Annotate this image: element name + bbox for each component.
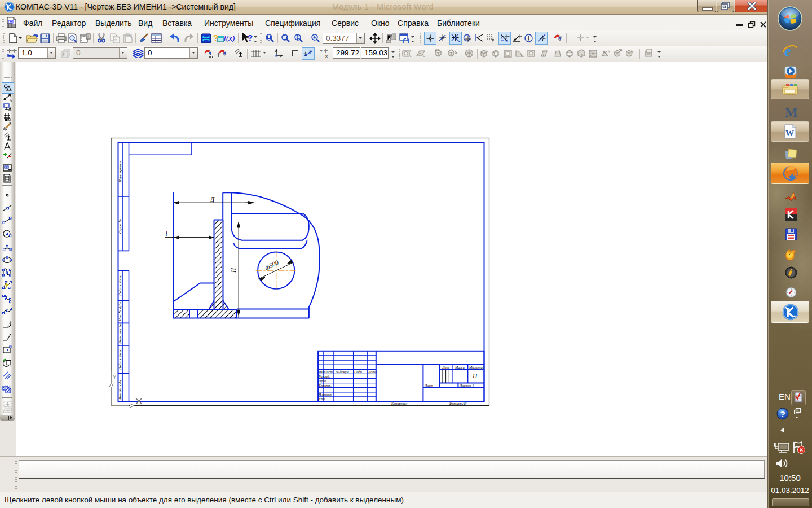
svg-text:?: ?: [213, 33, 218, 42]
svg-text:Лист: Лист: [424, 383, 433, 387]
svg-text:Подп. и дата: Подп. и дата: [118, 349, 122, 370]
svg-text:Взам. инв. №: Взам. инв. №: [118, 323, 122, 344]
svg-text:Инв. № подл.: Инв. № подл.: [118, 379, 122, 400]
svg-text:Т.контр.: Т.контр.: [319, 383, 332, 387]
svg-text:Дата: Дата: [368, 370, 377, 374]
svg-text:Н: Н: [230, 268, 237, 273]
svg-text:l: l: [166, 230, 167, 237]
svg-text:Инв. № дубл.: Инв. № дубл.: [118, 301, 122, 322]
svg-text:Копировал: Копировал: [391, 401, 408, 405]
svg-text:Масштаб: Масштаб: [469, 365, 485, 369]
svg-text:Перв. примен.: Перв. примен.: [118, 160, 122, 183]
svg-text:Y: Y: [113, 374, 117, 380]
svg-text:Н.контр.: Н.контр.: [318, 392, 332, 396]
svg-text:?: ?: [780, 409, 785, 419]
svg-text:Подп.: Подп.: [354, 370, 363, 374]
svg-text:?: ?: [248, 33, 253, 42]
svg-text:Формат А3: Формат А3: [449, 401, 466, 405]
svg-text:Пров.: Пров.: [318, 379, 327, 383]
svg-text:M: M: [785, 105, 797, 120]
svg-text:Лит.: Лит.: [442, 365, 450, 369]
svg-text:Справ. №: Справ. №: [118, 219, 122, 234]
svg-text:f(x): f(x): [224, 34, 235, 42]
svg-text:Д: Д: [210, 196, 215, 203]
svg-text:x: x: [325, 54, 328, 58]
svg-text:Разраб.: Разраб.: [318, 374, 330, 378]
svg-text:11: 11: [472, 373, 478, 379]
svg-text:Листов 1: Листов 1: [459, 383, 474, 387]
svg-text:Масса: Масса: [454, 365, 465, 369]
svg-text:W: W: [785, 129, 794, 138]
svg-text:Y: Y: [320, 49, 323, 54]
svg-text:Подп. и дата: Подп. и дата: [118, 275, 122, 296]
svg-text:Лист: Лист: [324, 370, 333, 374]
svg-text:№ докум.: № докум.: [335, 370, 350, 374]
svg-text:Утв.: Утв.: [319, 397, 326, 401]
